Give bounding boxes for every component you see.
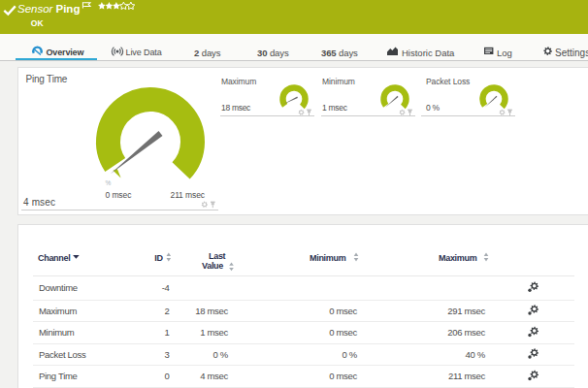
svg-text:%: % bbox=[106, 179, 112, 186]
